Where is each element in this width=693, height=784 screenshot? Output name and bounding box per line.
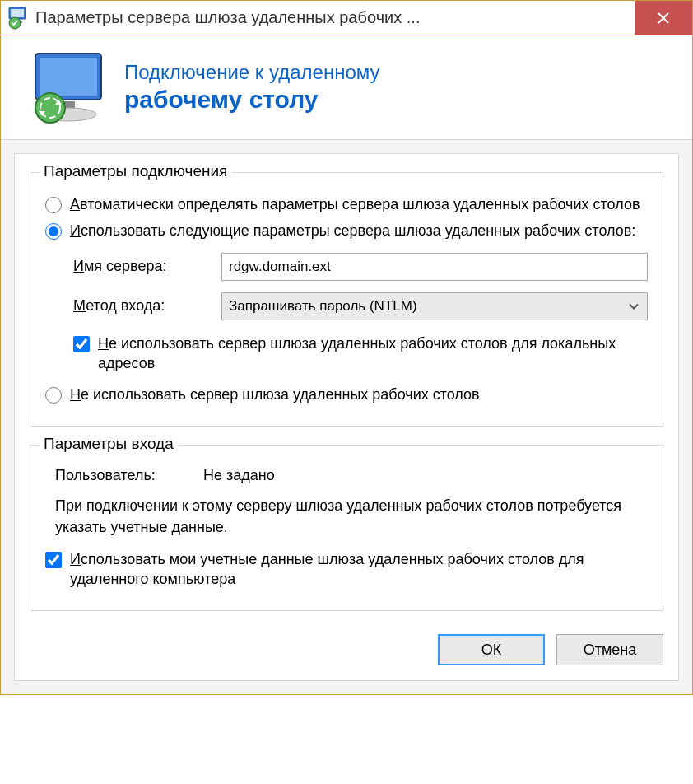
app-icon (7, 7, 30, 30)
rdp-monitor-icon (29, 50, 111, 124)
login-note: При подключении к этому серверу шлюза уд… (55, 496, 638, 537)
header: Подключение к удаленному рабочему столу (1, 35, 692, 140)
radio-auto-detect[interactable]: Автоматически определять параметры серве… (45, 194, 648, 214)
login-method-label: Метод входа: (73, 297, 221, 315)
user-value: Не задано (203, 467, 275, 484)
radio-auto-detect-label: Автоматически определять параметры серве… (70, 194, 640, 214)
header-text: Подключение к удаленному рабочему столу (124, 61, 380, 114)
checkbox-use-creds[interactable]: Использовать мои учетные данные шлюза уд… (45, 549, 648, 590)
radio-use-settings-label: Использовать следующие параметры сервера… (70, 221, 635, 240)
server-name-input[interactable] (221, 253, 648, 281)
server-name-label: Имя сервера: (73, 258, 221, 275)
login-legend: Параметры входа (39, 435, 179, 453)
svg-rect-8 (40, 58, 97, 96)
button-row: ОК Отмена (15, 619, 678, 680)
radio-auto-detect-input[interactable] (45, 197, 62, 213)
window-title: Параметры сервера шлюза удаленных рабочи… (35, 8, 635, 27)
checkbox-use-creds-label: Использовать мои учетные данные шлюза уд… (70, 549, 648, 590)
radio-use-settings-input[interactable] (45, 223, 62, 240)
server-name-row: Имя сервера: (73, 253, 648, 281)
titlebar: Параметры сервера шлюза удаленных рабочи… (1, 1, 692, 35)
close-button[interactable] (635, 1, 692, 35)
checkbox-bypass-local-input[interactable] (73, 336, 90, 352)
user-label: Пользователь: (55, 467, 203, 484)
radio-no-gateway[interactable]: Не использовать сервер шлюза удаленных р… (45, 385, 648, 404)
user-row: Пользователь: Не задано (55, 467, 648, 484)
login-method-select[interactable] (221, 292, 648, 320)
checkbox-bypass-local-label: Не использовать сервер шлюза удаленных р… (98, 334, 648, 374)
header-line1: Подключение к удаленному (124, 61, 380, 84)
connection-groupbox: Параметры подключения Автоматически опре… (30, 172, 663, 427)
cancel-button[interactable]: Отмена (556, 634, 663, 665)
login-method-row: Метод входа: (73, 292, 648, 320)
body: Параметры подключения Автоматически опре… (1, 140, 692, 694)
radio-use-settings[interactable]: Использовать следующие параметры сервера… (45, 221, 648, 240)
radio-no-gateway-label: Не использовать сервер шлюза удаленных р… (70, 385, 480, 404)
checkbox-use-creds-input[interactable] (45, 552, 62, 568)
svg-rect-1 (11, 9, 24, 17)
checkbox-bypass-local[interactable]: Не использовать сервер шлюза удаленных р… (73, 334, 648, 374)
login-groupbox: Параметры входа Пользователь: Не задано … (30, 445, 663, 611)
dialog-window: Параметры сервера шлюза удаленных рабочи… (0, 0, 693, 695)
header-line2: рабочему столу (124, 86, 380, 114)
ok-button[interactable]: ОК (438, 634, 545, 665)
close-icon (657, 12, 670, 25)
connection-legend: Параметры подключения (39, 162, 232, 180)
radio-no-gateway-input[interactable] (45, 387, 62, 404)
